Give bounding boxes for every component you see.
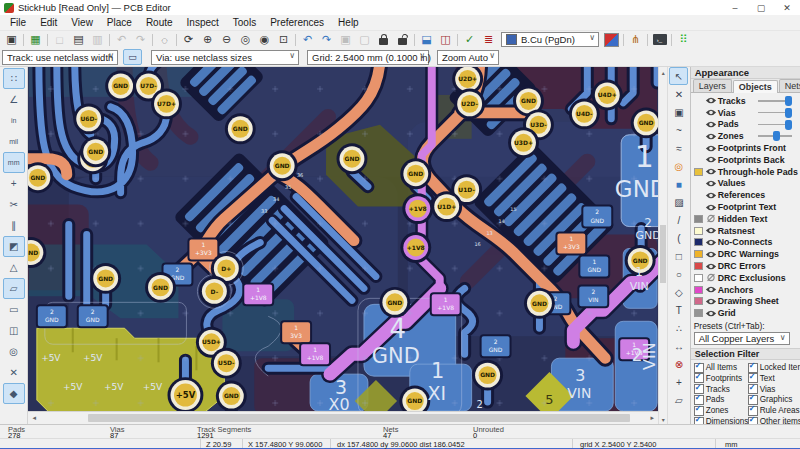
ratsnest-hide-icon[interactable]: ✂ bbox=[3, 194, 25, 215]
visibility-eye-icon[interactable] bbox=[705, 120, 718, 129]
route-tracks-icon[interactable]: ~ bbox=[669, 121, 688, 139]
visibility-eye-icon[interactable] bbox=[705, 144, 718, 153]
opacity-slider-thumb[interactable] bbox=[785, 96, 792, 106]
visibility-eye-icon[interactable] bbox=[705, 297, 718, 306]
opacity-slider[interactable] bbox=[758, 135, 792, 137]
grid-visibility-icon[interactable]: ∷ bbox=[3, 68, 25, 89]
refresh-icon[interactable]: ⟳ bbox=[179, 32, 198, 47]
pcb-canvas[interactable]: 2GND2GND2GND2GND1GND2VIN2GND2GND1+3V313V… bbox=[28, 67, 658, 411]
track-sketch-icon[interactable]: ✕ bbox=[3, 362, 25, 383]
zone-outline-icon[interactable]: ▭ bbox=[3, 299, 25, 320]
lock-icon[interactable] bbox=[374, 32, 393, 47]
color-swatch[interactable] bbox=[694, 238, 703, 246]
grid-dropdown[interactable]: Grid: 2.5400 mm (0.1000 in) bbox=[307, 50, 429, 65]
menu-place[interactable]: Place bbox=[100, 17, 139, 28]
color-swatch[interactable] bbox=[694, 168, 703, 176]
active-layer-dropdown[interactable]: B.Cu (PgDn) bbox=[501, 32, 599, 47]
visibility-eye-icon[interactable] bbox=[705, 132, 718, 141]
opacity-slider[interactable] bbox=[758, 100, 792, 102]
flip-layer-icon[interactable] bbox=[602, 32, 621, 47]
visibility-eye-icon[interactable] bbox=[705, 191, 718, 200]
color-swatch[interactable] bbox=[694, 297, 703, 305]
zoom-dropdown[interactable]: Zoom Auto bbox=[437, 50, 499, 65]
zoom-fit-icon[interactable]: ◎ bbox=[236, 32, 255, 47]
color-swatch[interactable] bbox=[694, 215, 703, 223]
checkbox-checked-icon[interactable] bbox=[694, 395, 704, 405]
add-text-icon[interactable]: T bbox=[669, 301, 688, 319]
visibility-eye-icon[interactable] bbox=[705, 96, 718, 105]
net-names-icon[interactable]: △ bbox=[3, 257, 25, 278]
ratsnest-curved-icon[interactable]: ∥ bbox=[3, 215, 25, 236]
visibility-eye-off-icon[interactable] bbox=[705, 273, 718, 282]
high-contrast-icon[interactable]: ◩ bbox=[3, 236, 25, 257]
track-width-dropdown[interactable]: Track: use netclass width bbox=[2, 50, 118, 65]
visibility-eye-icon[interactable] bbox=[705, 226, 718, 235]
visibility-eye-icon[interactable] bbox=[705, 285, 718, 294]
draw-line-icon[interactable]: / bbox=[669, 211, 688, 229]
footprint-wizard-icon[interactable]: ⠿ bbox=[674, 32, 693, 47]
color-swatch[interactable] bbox=[694, 274, 703, 282]
save-icon[interactable]: ▣ bbox=[2, 32, 21, 47]
color-swatch[interactable] bbox=[694, 227, 703, 235]
opacity-slider-thumb[interactable] bbox=[773, 131, 780, 141]
scroll-up-icon[interactable]: ▴ bbox=[659, 67, 667, 77]
add-leader-icon[interactable]: ∴ bbox=[669, 319, 688, 337]
scroll-left-icon[interactable]: ◂ bbox=[28, 412, 40, 423]
visibility-eye-icon[interactable] bbox=[705, 155, 718, 164]
drc-checklist-icon[interactable]: ≣ bbox=[479, 32, 498, 47]
vertical-scroll-thumb[interactable] bbox=[660, 225, 666, 283]
select-tool-icon[interactable]: ↖ bbox=[669, 67, 688, 85]
add-via-icon[interactable]: ◎ bbox=[669, 157, 688, 175]
color-swatch[interactable] bbox=[694, 250, 703, 258]
draw-polygon-icon[interactable]: ◇ bbox=[669, 283, 688, 301]
schedule-drc-icon[interactable]: ⬓ bbox=[417, 32, 436, 47]
zoom-objects-icon[interactable]: ◉ bbox=[255, 32, 274, 47]
scripting-console-icon[interactable]: ›_ bbox=[650, 32, 669, 47]
draw-arc-icon[interactable]: ( bbox=[669, 229, 688, 247]
color-swatch[interactable] bbox=[694, 286, 703, 294]
add-dimension-icon[interactable]: ↔ bbox=[669, 337, 688, 355]
visibility-eye-off-icon[interactable] bbox=[705, 214, 718, 223]
view-redo-icon[interactable]: ↷ bbox=[317, 32, 336, 47]
menu-tools[interactable]: Tools bbox=[226, 17, 263, 28]
unlock-icon[interactable] bbox=[393, 32, 412, 47]
visibility-eye-icon[interactable] bbox=[705, 179, 718, 188]
zoom-in-icon[interactable]: ⊕ bbox=[198, 32, 217, 47]
checkbox-checked-icon[interactable] bbox=[694, 417, 704, 424]
opacity-slider[interactable] bbox=[758, 124, 792, 126]
tab-nets[interactable]: Nets bbox=[779, 79, 800, 92]
add-rule-area-icon[interactable]: ▨ bbox=[669, 193, 688, 211]
checkbox-checked-icon[interactable] bbox=[694, 384, 704, 394]
vertical-scrollbar[interactable]: ▴ ▾ bbox=[658, 67, 667, 424]
drill-origin-icon[interactable]: + bbox=[669, 373, 688, 391]
menu-edit[interactable]: Edit bbox=[33, 17, 64, 28]
zoom-selection-icon[interactable]: ⊡ bbox=[274, 32, 293, 47]
menu-preferences[interactable]: Preferences bbox=[263, 17, 331, 28]
color-swatch[interactable] bbox=[694, 309, 703, 317]
visibility-eye-icon[interactable] bbox=[705, 309, 718, 318]
zone-display-icon[interactable]: ▱ bbox=[3, 278, 25, 299]
presets-dropdown[interactable]: All Copper Layers bbox=[694, 332, 790, 345]
checkbox-checked-icon[interactable] bbox=[748, 373, 758, 383]
tab-objects[interactable]: Objects bbox=[733, 80, 778, 93]
visibility-eye-icon[interactable] bbox=[705, 262, 718, 271]
opacity-slider[interactable] bbox=[758, 112, 792, 114]
view-undo-icon[interactable]: ↶ bbox=[298, 32, 317, 47]
find-icon[interactable]: ◌ bbox=[155, 32, 174, 47]
menu-view[interactable]: View bbox=[64, 17, 100, 28]
net-highlight-icon[interactable]: ⋔ bbox=[626, 32, 645, 47]
delete-tool-icon[interactable]: ⊗ bbox=[669, 355, 688, 373]
horizontal-scroll-thumb[interactable] bbox=[88, 414, 630, 422]
checkbox-checked-icon[interactable] bbox=[748, 384, 758, 394]
checkbox-checked-icon[interactable] bbox=[694, 363, 704, 373]
draw-rect-icon[interactable]: □ bbox=[669, 247, 688, 265]
visibility-eye-icon[interactable] bbox=[705, 250, 718, 259]
maximize-button[interactable]: ▢ bbox=[748, 0, 774, 15]
measure-tool-icon[interactable]: ▱ bbox=[669, 391, 688, 409]
layer-manager-icon[interactable]: ◆ bbox=[3, 383, 25, 404]
units-mils-icon[interactable]: mil bbox=[3, 131, 25, 152]
visibility-eye-icon[interactable] bbox=[705, 108, 718, 117]
visibility-eye-icon[interactable] bbox=[705, 238, 718, 247]
checkbox-checked-icon[interactable] bbox=[748, 363, 758, 373]
horizontal-scrollbar[interactable]: ◂ ▸ bbox=[28, 411, 658, 424]
